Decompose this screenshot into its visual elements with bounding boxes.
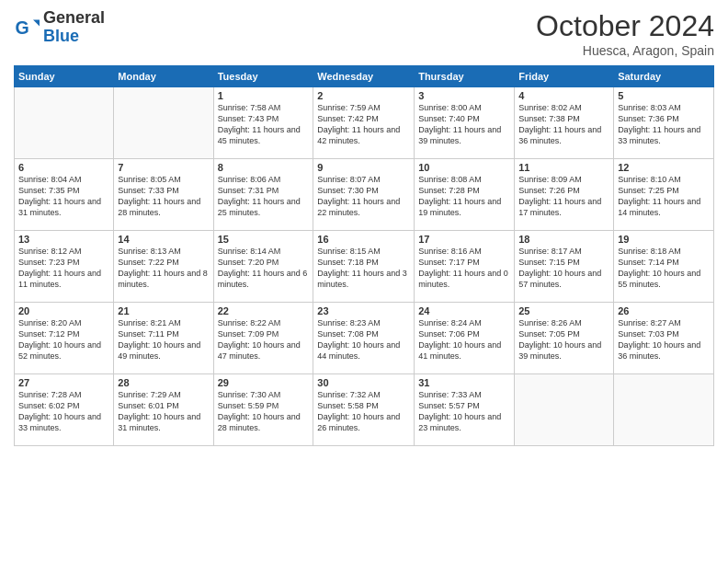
day-number: 28 bbox=[118, 377, 209, 388]
svg-text:G: G bbox=[15, 17, 28, 38]
day-number: 13 bbox=[18, 234, 109, 245]
day-number: 3 bbox=[418, 90, 510, 101]
calendar-cell bbox=[515, 374, 614, 446]
day-number: 20 bbox=[18, 305, 109, 316]
col-thursday: Thursday bbox=[415, 66, 515, 87]
col-tuesday: Tuesday bbox=[213, 66, 313, 87]
day-info: Sunrise: 8:21 AMSunset: 7:11 PMDaylight:… bbox=[118, 317, 209, 362]
calendar-cell: 23Sunrise: 8:23 AMSunset: 7:08 PMDayligh… bbox=[313, 303, 415, 374]
day-number: 11 bbox=[518, 162, 609, 173]
day-info: Sunrise: 7:58 AMSunset: 7:43 PMDaylight:… bbox=[218, 102, 310, 147]
calendar-cell: 12Sunrise: 8:10 AMSunset: 7:25 PMDayligh… bbox=[614, 159, 714, 231]
day-info: Sunrise: 8:18 AMSunset: 7:14 PMDaylight:… bbox=[618, 246, 710, 291]
day-info: Sunrise: 8:05 AMSunset: 7:33 PMDaylight:… bbox=[118, 174, 209, 219]
day-info: Sunrise: 8:07 AMSunset: 7:30 PMDaylight:… bbox=[317, 174, 410, 219]
calendar-week-row: 6Sunrise: 8:04 AMSunset: 7:35 PMDaylight… bbox=[15, 159, 714, 231]
day-info: Sunrise: 8:17 AMSunset: 7:15 PMDaylight:… bbox=[518, 246, 609, 291]
day-info: Sunrise: 7:32 AMSunset: 5:58 PMDaylight:… bbox=[317, 389, 410, 434]
calendar-cell: 16Sunrise: 8:15 AMSunset: 7:18 PMDayligh… bbox=[313, 231, 415, 303]
calendar-week-row: 20Sunrise: 8:20 AMSunset: 7:12 PMDayligh… bbox=[15, 303, 714, 374]
day-info: Sunrise: 7:30 AMSunset: 5:59 PMDaylight:… bbox=[218, 389, 310, 434]
calendar-cell: 26Sunrise: 8:27 AMSunset: 7:03 PMDayligh… bbox=[614, 303, 714, 374]
calendar-cell: 21Sunrise: 8:21 AMSunset: 7:11 PMDayligh… bbox=[114, 303, 213, 374]
calendar-cell: 14Sunrise: 8:13 AMSunset: 7:22 PMDayligh… bbox=[114, 231, 213, 303]
day-number: 9 bbox=[317, 162, 410, 173]
calendar-week-row: 1Sunrise: 7:58 AMSunset: 7:43 PMDaylight… bbox=[15, 87, 714, 159]
calendar-week-row: 13Sunrise: 8:12 AMSunset: 7:23 PMDayligh… bbox=[15, 231, 714, 303]
day-info: Sunrise: 7:28 AMSunset: 6:02 PMDaylight:… bbox=[18, 389, 109, 434]
logo-general-text: General bbox=[43, 8, 105, 27]
calendar-cell: 2Sunrise: 7:59 AMSunset: 7:42 PMDaylight… bbox=[313, 87, 415, 159]
month-title: October 2024 bbox=[536, 9, 714, 43]
calendar-header-row: Sunday Monday Tuesday Wednesday Thursday… bbox=[15, 66, 714, 87]
calendar-cell bbox=[15, 87, 114, 159]
calendar-cell: 29Sunrise: 7:30 AMSunset: 5:59 PMDayligh… bbox=[213, 374, 313, 446]
day-info: Sunrise: 8:08 AMSunset: 7:28 PMDaylight:… bbox=[418, 174, 510, 219]
calendar-cell: 8Sunrise: 8:06 AMSunset: 7:31 PMDaylight… bbox=[213, 159, 313, 231]
calendar-cell: 6Sunrise: 8:04 AMSunset: 7:35 PMDaylight… bbox=[15, 159, 114, 231]
day-info: Sunrise: 8:04 AMSunset: 7:35 PMDaylight:… bbox=[18, 174, 109, 219]
day-info: Sunrise: 7:59 AMSunset: 7:42 PMDaylight:… bbox=[317, 102, 410, 147]
day-number: 19 bbox=[618, 234, 710, 245]
page-header: G General Blue October 2024 Huesca, Arag… bbox=[14, 9, 714, 58]
calendar-cell: 5Sunrise: 8:03 AMSunset: 7:36 PMDaylight… bbox=[614, 87, 714, 159]
day-number: 30 bbox=[317, 377, 410, 388]
calendar-cell: 3Sunrise: 8:00 AMSunset: 7:40 PMDaylight… bbox=[415, 87, 515, 159]
day-number: 17 bbox=[418, 234, 510, 245]
calendar-cell: 27Sunrise: 7:28 AMSunset: 6:02 PMDayligh… bbox=[15, 374, 114, 446]
day-number: 22 bbox=[218, 305, 310, 316]
calendar-cell: 15Sunrise: 8:14 AMSunset: 7:20 PMDayligh… bbox=[213, 231, 313, 303]
day-info: Sunrise: 8:10 AMSunset: 7:25 PMDaylight:… bbox=[618, 174, 710, 219]
day-number: 14 bbox=[118, 234, 209, 245]
col-sunday: Sunday bbox=[15, 66, 114, 87]
day-info: Sunrise: 8:20 AMSunset: 7:12 PMDaylight:… bbox=[18, 317, 109, 362]
day-info: Sunrise: 7:29 AMSunset: 6:01 PMDaylight:… bbox=[118, 389, 209, 434]
day-info: Sunrise: 8:27 AMSunset: 7:03 PMDaylight:… bbox=[618, 317, 710, 362]
day-info: Sunrise: 8:24 AMSunset: 7:06 PMDaylight:… bbox=[418, 317, 510, 362]
calendar-cell: 20Sunrise: 8:20 AMSunset: 7:12 PMDayligh… bbox=[15, 303, 114, 374]
day-number: 1 bbox=[218, 90, 310, 101]
day-info: Sunrise: 8:12 AMSunset: 7:23 PMDaylight:… bbox=[18, 246, 109, 291]
day-info: Sunrise: 8:23 AMSunset: 7:08 PMDaylight:… bbox=[317, 317, 410, 362]
day-number: 8 bbox=[218, 162, 310, 173]
col-saturday: Saturday bbox=[614, 66, 714, 87]
calendar-week-row: 27Sunrise: 7:28 AMSunset: 6:02 PMDayligh… bbox=[15, 374, 714, 446]
day-info: Sunrise: 8:03 AMSunset: 7:36 PMDaylight:… bbox=[618, 102, 710, 147]
day-info: Sunrise: 8:13 AMSunset: 7:22 PMDaylight:… bbox=[118, 246, 209, 291]
day-number: 25 bbox=[518, 305, 609, 316]
svg-marker-1 bbox=[33, 19, 40, 26]
day-number: 4 bbox=[518, 90, 609, 101]
calendar-cell: 18Sunrise: 8:17 AMSunset: 7:15 PMDayligh… bbox=[515, 231, 614, 303]
calendar-cell bbox=[614, 374, 714, 446]
day-number: 21 bbox=[118, 305, 209, 316]
calendar-cell: 17Sunrise: 8:16 AMSunset: 7:17 PMDayligh… bbox=[415, 231, 515, 303]
day-info: Sunrise: 8:06 AMSunset: 7:31 PMDaylight:… bbox=[218, 174, 310, 219]
day-number: 24 bbox=[418, 305, 510, 316]
day-info: Sunrise: 8:14 AMSunset: 7:20 PMDaylight:… bbox=[218, 246, 310, 291]
day-number: 10 bbox=[418, 162, 510, 173]
calendar-cell: 28Sunrise: 7:29 AMSunset: 6:01 PMDayligh… bbox=[114, 374, 213, 446]
day-number: 26 bbox=[618, 305, 710, 316]
col-monday: Monday bbox=[114, 66, 213, 87]
day-number: 2 bbox=[317, 90, 410, 101]
day-number: 27 bbox=[18, 377, 109, 388]
day-number: 31 bbox=[418, 377, 510, 388]
logo-icon: G bbox=[14, 15, 40, 40]
calendar-cell: 9Sunrise: 8:07 AMSunset: 7:30 PMDaylight… bbox=[313, 159, 415, 231]
day-info: Sunrise: 8:26 AMSunset: 7:05 PMDaylight:… bbox=[518, 317, 609, 362]
logo-blue-text: Blue bbox=[43, 27, 79, 45]
calendar-cell: 25Sunrise: 8:26 AMSunset: 7:05 PMDayligh… bbox=[515, 303, 614, 374]
col-friday: Friday bbox=[515, 66, 614, 87]
logo: G General Blue bbox=[14, 9, 105, 46]
day-info: Sunrise: 8:16 AMSunset: 7:17 PMDaylight:… bbox=[418, 246, 510, 291]
title-block: October 2024 Huesca, Aragon, Spain bbox=[536, 9, 714, 58]
calendar-table: Sunday Monday Tuesday Wednesday Thursday… bbox=[14, 65, 714, 446]
day-info: Sunrise: 8:02 AMSunset: 7:38 PMDaylight:… bbox=[518, 102, 609, 147]
calendar-cell: 31Sunrise: 7:33 AMSunset: 5:57 PMDayligh… bbox=[415, 374, 515, 446]
calendar-cell: 19Sunrise: 8:18 AMSunset: 7:14 PMDayligh… bbox=[614, 231, 714, 303]
day-number: 29 bbox=[218, 377, 310, 388]
calendar-cell bbox=[114, 87, 213, 159]
day-number: 15 bbox=[218, 234, 310, 245]
calendar-cell: 24Sunrise: 8:24 AMSunset: 7:06 PMDayligh… bbox=[415, 303, 515, 374]
calendar-cell: 11Sunrise: 8:09 AMSunset: 7:26 PMDayligh… bbox=[515, 159, 614, 231]
